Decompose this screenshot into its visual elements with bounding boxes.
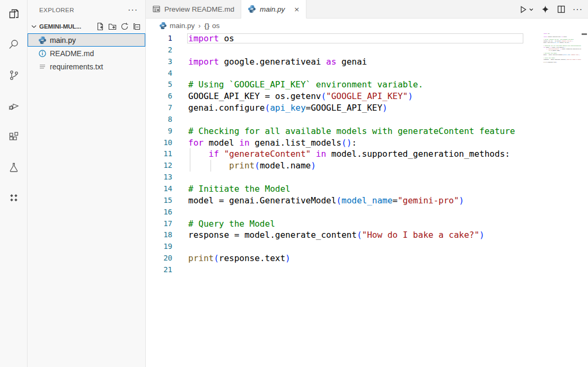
code-line[interactable] [188, 264, 543, 276]
code-line[interactable]: print(response.text) [188, 253, 543, 264]
editor-actions: ··· [518, 0, 583, 19]
new-file-icon[interactable] [96, 22, 104, 31]
run-button[interactable] [518, 5, 534, 14]
line-number[interactable]: 1 [146, 33, 188, 44]
line-number[interactable]: 4 [146, 68, 188, 79]
code-line[interactable]: import google.generativeai as genai [188, 56, 543, 68]
code-line[interactable]: # Query the Model [188, 218, 543, 230]
text-lines-icon [38, 62, 47, 71]
overview-ruler [581, 33, 588, 367]
file-row-requirements-txt[interactable]: requirements.txt [28, 60, 145, 74]
refresh-icon[interactable] [120, 22, 129, 31]
explorer-icon[interactable] [6, 6, 21, 21]
code-lines: import osimport google.generativeai as g… [188, 33, 543, 276]
line-number[interactable]: 14 [146, 183, 188, 195]
line-number[interactable]: 15 [146, 195, 188, 207]
gemini-extension-icon[interactable] [6, 191, 21, 205]
line-number[interactable]: 6 [146, 91, 188, 102]
python-icon [159, 22, 167, 30]
code-line[interactable]: print(model.name) [188, 160, 543, 172]
gutter: 123456789101112131415161718192021 [146, 33, 188, 276]
symbol-braces-icon: {} [204, 22, 209, 30]
code-line[interactable] [188, 68, 543, 79]
close-tab-icon[interactable]: × [294, 5, 300, 13]
activity-bar [0, 0, 28, 367]
sparkle-button[interactable] [541, 5, 550, 14]
sidebar-more-actions-icon[interactable]: ··· [128, 7, 138, 13]
indent-guide [190, 148, 190, 160]
line-number[interactable]: 5 [146, 79, 188, 91]
breadcrumb: main.py › {} os [146, 19, 588, 33]
source-control-icon[interactable] [6, 68, 21, 83]
collapse-all-icon[interactable] [133, 22, 141, 31]
line-number[interactable]: 11 [146, 148, 188, 160]
line-number[interactable]: 12 [146, 160, 188, 172]
vscode-window: EXPLORER ··· GEMINI-MUL... main.py [0, 0, 588, 367]
breadcrumb-file[interactable]: main.py [170, 22, 195, 30]
tab-bar: Preview README.md main.py × [146, 0, 588, 19]
line-number[interactable]: 10 [146, 137, 188, 149]
line-number[interactable]: 17 [146, 218, 188, 230]
line-number[interactable]: 21 [146, 264, 188, 276]
code-line[interactable]: response = model.generate_content("How d… [188, 229, 543, 241]
code-line[interactable] [188, 44, 543, 56]
indent-guide [190, 160, 190, 172]
tab-label: Preview README.md [164, 5, 234, 13]
code-line[interactable]: GOOGLE_API_KEY = os.getenv("GOOGLE_API_K… [188, 91, 543, 102]
line-number[interactable]: 8 [146, 114, 188, 126]
search-icon[interactable] [6, 37, 21, 52]
line-number[interactable]: 19 [146, 241, 188, 253]
tab-main-py[interactable]: main.py × [241, 0, 306, 19]
more-actions-icon[interactable]: ··· [573, 7, 583, 12]
info-icon [38, 49, 47, 58]
file-name: main.py [50, 36, 76, 44]
breadcrumb-symbol[interactable]: os [212, 22, 220, 30]
tab-preview-readme[interactable]: Preview README.md [146, 0, 241, 18]
line-number[interactable]: 18 [146, 229, 188, 241]
file-row-main-py[interactable]: main.py [28, 33, 145, 47]
file-name: requirements.txt [50, 62, 103, 71]
code-line[interactable]: if "generateContent" in model.supported_… [188, 148, 543, 160]
indent-guide [210, 160, 211, 172]
sidebar-title: EXPLORER [39, 7, 128, 13]
file-row-readme-md[interactable]: README.md [28, 47, 145, 60]
code-line[interactable]: model = genai.GenerativeModel(model_name… [188, 195, 543, 207]
code-editor[interactable]: 123456789101112131415161718192021 import… [146, 33, 588, 367]
run-debug-icon[interactable] [6, 99, 21, 113]
python-icon [38, 36, 47, 44]
explorer-sidebar: EXPLORER ··· GEMINI-MUL... main.py [28, 0, 146, 367]
code-line[interactable] [188, 114, 543, 126]
line-number[interactable]: 7 [146, 102, 188, 114]
editor-group: Preview README.md main.py × [146, 0, 588, 367]
code-line[interactable] [188, 207, 543, 218]
line-number[interactable]: 9 [146, 126, 188, 137]
folder-section-header[interactable]: GEMINI-MUL... [28, 20, 145, 33]
breadcrumb-separator: › [198, 22, 200, 30]
code-line[interactable]: # Using `GOOGLE_API_KEY` environment var… [188, 79, 543, 91]
code-line[interactable] [188, 172, 543, 183]
line-number[interactable]: 16 [146, 207, 188, 218]
sidebar-title-row: EXPLORER ··· [28, 0, 145, 20]
code-line[interactable]: # Checking for all available models with… [188, 126, 543, 137]
tab-label: main.py [260, 5, 285, 13]
new-folder-icon[interactable] [108, 22, 117, 31]
cursor-position-marker [582, 33, 587, 35]
line-number[interactable]: 3 [146, 56, 188, 68]
line-number[interactable]: 2 [146, 44, 188, 56]
line-number[interactable]: 20 [146, 253, 188, 264]
code-line[interactable] [188, 241, 543, 253]
split-editor-icon [557, 5, 566, 14]
extensions-icon[interactable] [6, 129, 21, 144]
python-icon [248, 5, 256, 13]
split-editor-button[interactable] [557, 5, 566, 14]
run-dropdown-chevron-icon[interactable] [529, 7, 534, 12]
code-line[interactable]: genai.configure(api_key=GOOGLE_API_KEY) [188, 102, 543, 114]
code-line[interactable]: for model in genai.list_models(): [188, 137, 543, 149]
line-number[interactable]: 13 [146, 172, 188, 183]
code-line[interactable]: # Initiate the Model [188, 183, 543, 195]
testing-icon[interactable] [6, 160, 21, 175]
file-name: README.md [50, 49, 94, 58]
run-icon [518, 5, 528, 14]
minimap[interactable]: import os import google.generativeai as … [543, 33, 581, 367]
code-line[interactable]: import os [188, 33, 543, 44]
